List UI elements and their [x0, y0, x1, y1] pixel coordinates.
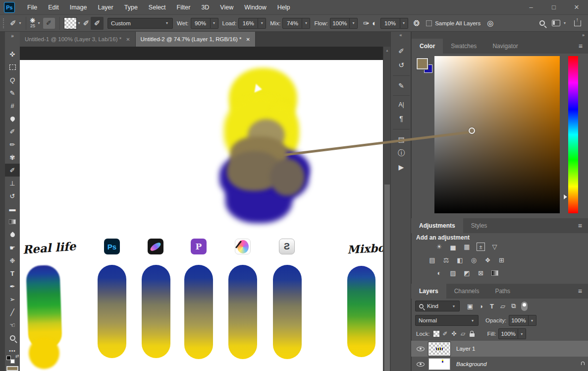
- actions-panel-icon[interactable]: ▶: [391, 161, 412, 174]
- canvas[interactable]: Real life Mixbox Ps P Ƨ: [20, 47, 383, 371]
- threshold-icon[interactable]: ◩: [463, 269, 471, 277]
- brush-load-chevron-icon[interactable]: ▾: [77, 21, 82, 25]
- smoothing-chevron-icon[interactable]: ▾: [400, 18, 408, 29]
- sponge-tool[interactable]: ❉: [5, 254, 20, 267]
- layer-name[interactable]: Layer 1: [456, 346, 475, 352]
- selective-color-icon[interactable]: ⊠: [477, 269, 485, 277]
- menu-select[interactable]: Select: [143, 0, 171, 15]
- gradient-map-icon[interactable]: [490, 269, 499, 277]
- paragraph-panel-icon[interactable]: ¶: [391, 112, 412, 125]
- tab-navigator[interactable]: Navigator: [484, 39, 526, 54]
- load-field[interactable]: 16%: [238, 18, 258, 29]
- brush-angle-icon[interactable]: ◎: [485, 19, 495, 28]
- color-replacement-tool[interactable]: ✾: [5, 151, 20, 164]
- fill-field[interactable]: 100%: [498, 328, 518, 339]
- lock-paint-icon[interactable]: ✐: [441, 329, 450, 338]
- close-button[interactable]: ✕: [565, 0, 588, 15]
- scroll-up-icon[interactable]: ▴: [383, 48, 391, 53]
- lock-all-icon[interactable]: [468, 329, 477, 338]
- color-lookup-icon[interactable]: ⊞: [497, 256, 506, 264]
- layer-row-background[interactable]: Background: [411, 357, 588, 371]
- character-panel-icon[interactable]: A|: [391, 98, 412, 111]
- eyedropper-tool[interactable]: [5, 112, 20, 125]
- layer-name[interactable]: Background: [456, 361, 486, 367]
- zoom-tool[interactable]: [5, 331, 20, 344]
- fill-chevron-icon[interactable]: ▾: [518, 328, 526, 339]
- blur-tool[interactable]: [5, 228, 20, 241]
- color-field-cursor[interactable]: [469, 127, 475, 134]
- color-panel-menu-icon[interactable]: ≡: [573, 39, 588, 54]
- menu-help[interactable]: Help: [272, 0, 296, 15]
- filter-kind-select[interactable]: Kind ▾: [415, 301, 460, 311]
- posterize-icon[interactable]: ▨: [449, 269, 457, 277]
- info-panel-icon[interactable]: ⓘ: [391, 147, 412, 160]
- filter-smart-object-icon[interactable]: ⧉: [508, 301, 519, 311]
- tool-preset-chevron-icon[interactable]: ▾: [18, 21, 23, 25]
- filter-toggle-switch[interactable]: [521, 302, 528, 311]
- black-white-icon[interactable]: ◧: [456, 256, 464, 264]
- layer-thumbnail[interactable]: [428, 342, 450, 356]
- lock-position-icon[interactable]: ✜: [450, 329, 459, 338]
- line-tool[interactable]: ╱: [5, 306, 20, 318]
- foreground-color-swatch[interactable]: [6, 366, 18, 371]
- vibrance-icon[interactable]: ▽: [490, 243, 499, 251]
- menu-3d[interactable]: 3D: [196, 0, 214, 15]
- lock-transparency-icon[interactable]: [432, 329, 441, 338]
- wet-chevron-icon[interactable]: ▾: [211, 18, 218, 29]
- tab-channels[interactable]: Channels: [446, 284, 487, 299]
- brush-preset-picker[interactable]: ❋ 25: [29, 18, 37, 28]
- tab-layers[interactable]: Layers: [411, 284, 446, 299]
- layer-row-layer-1[interactable]: Layer 1: [411, 341, 588, 357]
- layer-thumbnail[interactable]: [428, 358, 450, 370]
- share-icon[interactable]: [574, 20, 581, 26]
- default-colors-widget[interactable]: ⇄: [6, 355, 19, 365]
- options-grip[interactable]: [3, 18, 6, 28]
- wet-field[interactable]: 90%: [191, 18, 211, 29]
- brushes-panel-icon[interactable]: ✎: [391, 79, 412, 92]
- hand-tool[interactable]: ☜: [5, 318, 20, 331]
- workspace-chevron-icon[interactable]: ▾: [562, 21, 567, 25]
- load-brush-toggle-button[interactable]: ✐: [91, 17, 104, 30]
- exposure-icon[interactable]: ±: [477, 243, 485, 251]
- smoothing-field[interactable]: 10%: [380, 18, 400, 29]
- tool-preset-icon[interactable]: ✐: [8, 19, 18, 28]
- smoothing-gear-icon[interactable]: ❂: [412, 19, 422, 28]
- adjustments-panel-menu-icon[interactable]: ≡: [572, 218, 588, 233]
- brightness-contrast-icon[interactable]: ☀: [435, 243, 443, 251]
- canvas-scrollbar[interactable]: ▴: [383, 47, 390, 371]
- clone-stamp-tool[interactable]: ⊥: [5, 177, 20, 189]
- color-balance-icon[interactable]: ⚖: [442, 256, 450, 264]
- filter-type-icon[interactable]: T: [486, 301, 497, 311]
- visibility-eye-icon[interactable]: [417, 347, 425, 351]
- load-chevron-icon[interactable]: ▾: [258, 18, 266, 29]
- flow-field[interactable]: 100%: [330, 18, 350, 29]
- dock-collapse-icon[interactable]: »: [412, 32, 588, 39]
- history-brush-tool[interactable]: ↺: [5, 189, 20, 202]
- mix-chevron-icon[interactable]: ▾: [302, 18, 310, 29]
- path-selection-tool[interactable]: ➢: [5, 293, 20, 306]
- maximize-button[interactable]: □: [542, 0, 565, 15]
- panel-strip-collapse-icon[interactable]: «: [391, 32, 411, 39]
- lasso-tool[interactable]: Q: [5, 73, 20, 86]
- sample-all-layers-checkbox[interactable]: [426, 20, 432, 26]
- tab-untitled-1[interactable]: Untitled-1 @ 100% (Layer 3, Lab/16) * ✕: [20, 32, 136, 47]
- brush-picker-chevron-icon[interactable]: ▾: [37, 21, 42, 25]
- tab-paths[interactable]: Paths: [487, 284, 518, 299]
- visibility-eye-icon[interactable]: [417, 362, 425, 367]
- mix-field[interactable]: 74%: [282, 18, 302, 29]
- tab-styles[interactable]: Styles: [463, 218, 495, 233]
- menu-layer[interactable]: Layer: [92, 0, 118, 15]
- tab-close-icon[interactable]: ✕: [126, 37, 130, 42]
- scrollbar-thumb[interactable]: [384, 185, 390, 371]
- menu-image[interactable]: Image: [64, 0, 93, 15]
- menu-file[interactable]: File: [22, 0, 43, 15]
- toolbar-collapse-icon[interactable]: »: [5, 32, 20, 40]
- hue-slider[interactable]: [568, 56, 578, 213]
- history-panel-icon[interactable]: ↺: [391, 59, 412, 71]
- menu-window[interactable]: Window: [239, 0, 271, 15]
- brush-load-swatch[interactable]: [64, 17, 77, 29]
- quick-selection-tool[interactable]: ✎: [5, 86, 20, 99]
- tab-adjustments[interactable]: Adjustments: [411, 218, 463, 233]
- pen-tool[interactable]: ✒: [5, 280, 20, 293]
- smudge-tool[interactable]: ☛: [5, 241, 20, 254]
